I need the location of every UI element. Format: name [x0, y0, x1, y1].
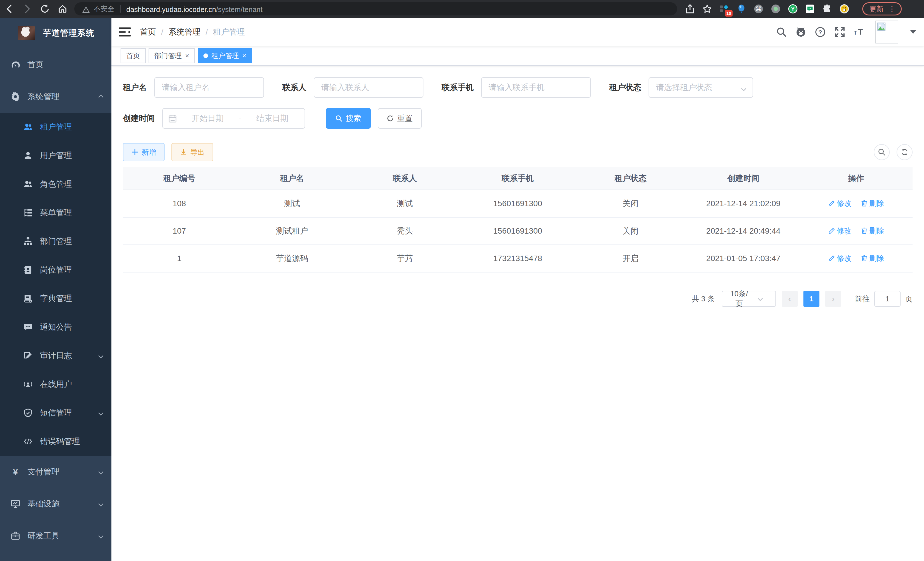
update-button[interactable]: 更新⋮ — [862, 2, 902, 15]
reset-button[interactable]: 重置 — [378, 108, 422, 129]
avatar[interactable] — [875, 21, 898, 44]
browser-menu-icon[interactable]: ⋮ — [888, 5, 896, 14]
date-range-picker[interactable]: 开始日期 - 结束日期 — [162, 108, 305, 129]
delete-link[interactable]: 删除 — [861, 199, 884, 208]
security-label[interactable]: 不安全 — [94, 4, 114, 14]
url-divider — [120, 5, 121, 13]
cell-contact: 秃头 — [349, 217, 461, 245]
command-extension-icon[interactable]: ⌘ — [754, 4, 764, 14]
dashboard-icon — [11, 60, 20, 69]
sidebar-item-首页[interactable]: 首页 — [0, 49, 111, 81]
address-bar[interactable]: 不安全 dashboard.yudao.iocoder.cn/system/te… — [74, 2, 677, 15]
cell-status: 关闭 — [574, 217, 687, 245]
forward-icon[interactable] — [22, 4, 32, 14]
sidebar-item-短信管理[interactable]: 短信管理 — [0, 399, 111, 427]
goto-page-input[interactable] — [874, 291, 901, 307]
edit-link[interactable]: 修改 — [828, 199, 852, 208]
start-date-placeholder[interactable]: 开始日期 — [181, 113, 234, 124]
emoji-extension-icon[interactable] — [839, 4, 849, 14]
sidebar-item-租户管理[interactable]: 租户管理 — [0, 113, 111, 141]
prev-page-button[interactable]: ‹ — [782, 291, 798, 307]
tag-首页[interactable]: 首页 — [121, 48, 146, 63]
tree-icon — [23, 208, 33, 217]
delete-link[interactable]: 删除 — [861, 226, 884, 236]
sidebar-item-基础设施[interactable]: 基础设施 — [0, 488, 111, 520]
export-button[interactable]: 导出 — [171, 143, 213, 161]
fullscreen-icon[interactable] — [834, 27, 845, 38]
status-select-placeholder: 请选择租户状态 — [656, 82, 741, 93]
search-button[interactable]: 搜索 — [326, 108, 371, 129]
refresh-table-button[interactable] — [897, 144, 913, 160]
balloon-extension-icon[interactable] — [736, 4, 746, 14]
end-date-placeholder[interactable]: 结束日期 — [246, 113, 299, 124]
page-size-select[interactable]: 10条/页 — [722, 291, 776, 307]
tenant-name-input[interactable] — [154, 77, 264, 98]
url-text[interactable]: dashboard.yudao.iocoder.cn/system/tenant — [126, 4, 262, 14]
sidebar-item-菜单管理[interactable]: 菜单管理 — [0, 199, 111, 227]
mobile-input[interactable] — [481, 77, 591, 98]
puzzle-extensions-menu-icon[interactable] — [822, 4, 832, 14]
cell-operations: 修改删除 — [800, 190, 913, 217]
search-icon[interactable] — [776, 27, 787, 38]
breadcrumb-item[interactable]: 系统管理 — [169, 27, 201, 38]
pinned-extension-icon[interactable]: 10 — [719, 4, 729, 14]
sidebar-item-系统管理[interactable]: 系统管理 — [0, 81, 111, 113]
pagination: 共 3 条 10条/页 ‹ 1 › 前往 页 — [123, 291, 913, 307]
show-search-toggle-button[interactable] — [874, 144, 890, 160]
github-icon[interactable] — [795, 27, 806, 38]
cell-mobile: 15601691300 — [461, 190, 574, 217]
sidebar-item-错误码管理[interactable]: 错误码管理 — [0, 427, 111, 456]
sidebar: 芋道管理系统 首页系统管理租户管理用户管理角色管理菜单管理部门管理岗位管理字典管… — [0, 18, 111, 561]
sidebar-item-通知公告[interactable]: 通知公告 — [0, 313, 111, 341]
delete-link[interactable]: 删除 — [861, 253, 884, 263]
sidebar-item-在线用户[interactable]: 在线用户 — [0, 370, 111, 399]
sidebar-item-label: 基础设施 — [27, 498, 59, 509]
close-icon[interactable]: × — [185, 52, 189, 59]
sidebar-item-研发工具[interactable]: 研发工具 — [0, 520, 111, 552]
help-icon[interactable]: ? — [815, 27, 826, 38]
sidebar-item-用户管理[interactable]: 用户管理 — [0, 141, 111, 170]
edit-link[interactable]: 修改 — [828, 253, 852, 263]
chat-extension-icon[interactable] — [805, 4, 815, 14]
breadcrumb-separator: / — [161, 27, 164, 37]
cell-created: 2021-12-14 21:02:09 — [687, 190, 800, 217]
avatar-dropdown-caret-icon[interactable] — [910, 30, 916, 34]
sidebar-item-label: 短信管理 — [40, 408, 72, 418]
record-extension-icon[interactable] — [771, 4, 781, 14]
tag-租户管理[interactable]: 租户管理× — [198, 48, 252, 63]
sidebar-item-审计日志[interactable]: 审计日志 — [0, 341, 111, 370]
tag-部门管理[interactable]: 部门管理× — [148, 48, 195, 63]
sidebar-item-角色管理[interactable]: 角色管理 — [0, 170, 111, 199]
edit-label: 修改 — [837, 199, 852, 208]
status-select[interactable]: 请选择租户状态 — [649, 77, 753, 98]
add-button[interactable]: 新增 — [123, 143, 165, 161]
breadcrumb-item[interactable]: 首页 — [140, 27, 156, 38]
tag-label: 租户管理 — [212, 51, 239, 60]
sidebar-item-岗位管理[interactable]: 岗位管理 — [0, 256, 111, 284]
column-header: 租户名 — [236, 167, 349, 190]
back-icon[interactable] — [4, 4, 14, 14]
browser-toolbar: 不安全 dashboard.yudao.iocoder.cn/system/te… — [0, 0, 924, 18]
font-size-icon[interactable]: TT — [854, 27, 865, 38]
share-icon[interactable] — [685, 4, 695, 14]
contact-input[interactable] — [314, 77, 423, 98]
not-secure-warning-icon[interactable] — [82, 5, 90, 13]
reload-icon[interactable] — [40, 4, 50, 14]
bookmark-star-icon[interactable] — [702, 4, 712, 14]
close-icon[interactable]: × — [242, 52, 246, 59]
sidebar-logo[interactable]: 芋道管理系统 — [0, 18, 111, 49]
edit-link[interactable]: 修改 — [828, 226, 852, 236]
current-page-button[interactable]: 1 — [803, 291, 819, 307]
sidebar-item-字典管理[interactable]: 字典管理 — [0, 284, 111, 313]
tenant-table: 租户编号租户名联系人联系手机租户状态创建时间操作 108测试测试15601691… — [123, 167, 913, 272]
yuque-extension-icon[interactable]: Y — [788, 4, 798, 14]
sidebar-collapse-icon[interactable] — [119, 27, 131, 37]
cell-name: 测试 — [236, 190, 349, 217]
sidebar-item-部门管理[interactable]: 部门管理 — [0, 227, 111, 256]
page-content: 租户名 联系人 联系手机 租户状态 请选择租户状态 — [111, 66, 924, 561]
chevron-down-icon — [750, 296, 771, 302]
next-page-button[interactable]: › — [825, 291, 841, 307]
home-icon[interactable] — [58, 4, 68, 14]
breadcrumb: 首页/系统管理/租户管理 — [140, 27, 245, 38]
sidebar-item-支付管理[interactable]: ¥支付管理 — [0, 456, 111, 488]
